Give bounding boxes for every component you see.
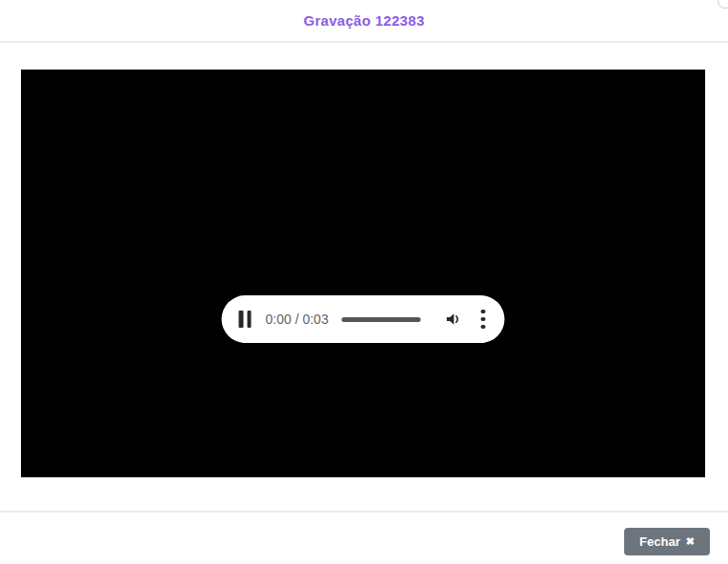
time-display: 0:00 / 0:03 xyxy=(266,312,329,327)
seek-slider[interactable] xyxy=(342,317,421,322)
video-controls-bar: 0:00 / 0:03 xyxy=(222,295,505,343)
speaker-volume-svg xyxy=(444,310,463,329)
pause-icon[interactable] xyxy=(239,311,252,328)
modal-footer: Fechar ✖ xyxy=(0,513,728,564)
close-button-label: Fechar xyxy=(639,534,680,549)
video-player[interactable]: 0:00 / 0:03 xyxy=(21,70,705,477)
modal-title: Gravação 122383 xyxy=(303,12,424,29)
vertical-ellipsis-icon[interactable] xyxy=(479,308,488,332)
close-x-icon: ✖ xyxy=(686,536,695,547)
corner-circle-icon xyxy=(718,0,728,9)
modal-header: Gravação 122383 xyxy=(0,0,728,41)
speaker-volume-icon[interactable] xyxy=(444,310,463,329)
close-button[interactable]: Fechar ✖ xyxy=(624,528,710,555)
pause-bar-left xyxy=(239,311,244,328)
pause-bar-right xyxy=(247,311,252,328)
header-divider xyxy=(0,41,728,43)
